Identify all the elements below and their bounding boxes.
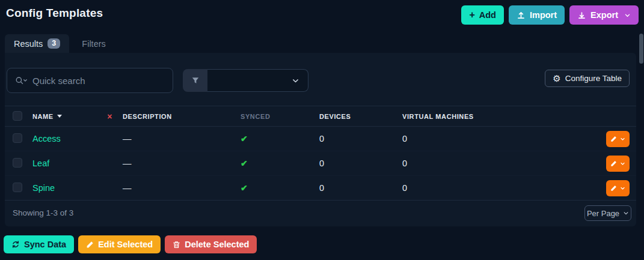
table-row: Spine — ✔ 0 0 (5, 176, 636, 201)
synced-check-icon: ✔ (241, 159, 248, 168)
sort-descending-icon (57, 115, 62, 118)
column-header-devices[interactable]: DEVICES (319, 106, 402, 127)
chevron-down-icon (620, 136, 625, 142)
chevron-down-icon (292, 77, 299, 85)
export-button[interactable]: Export (569, 5, 639, 25)
upload-icon (517, 11, 526, 20)
chevron-down-icon (620, 186, 625, 191)
row-devices-count: 0 (319, 176, 402, 201)
filter-icon (183, 69, 207, 92)
export-button-label: Export (590, 10, 618, 20)
plus-icon: + (469, 10, 474, 20)
chevron-down-icon (624, 12, 631, 19)
clear-sort-icon[interactable]: × (107, 112, 112, 121)
row-description: — (123, 151, 241, 176)
configure-table-label: Configure Table (565, 74, 622, 83)
sync-data-label: Sync Data (24, 240, 66, 249)
tab-results[interactable]: Results 3 (5, 34, 69, 53)
results-card: ⚙ Configure Table NAME × (5, 53, 636, 226)
import-button[interactable]: Import (509, 5, 565, 25)
delete-selected-button[interactable]: Delete Selected (165, 235, 257, 253)
row-name-link[interactable]: Leaf (32, 159, 49, 168)
pencil-icon (610, 185, 617, 192)
synced-check-icon: ✔ (241, 183, 248, 193)
add-button[interactable]: + Add (461, 5, 504, 25)
sync-icon (11, 240, 20, 249)
search-input[interactable] (32, 76, 165, 86)
sync-data-button[interactable]: Sync Data (4, 235, 74, 253)
results-table: NAME × DESCRIPTION SYNCED DEVICES VIRTUA… (5, 106, 636, 201)
filter-group (183, 69, 308, 92)
vertical-scrollbar[interactable] (639, 34, 643, 64)
row-vm-count: 0 (402, 176, 523, 201)
chevron-down-icon (623, 210, 629, 216)
import-button-label: Import (530, 10, 557, 20)
row-devices-count: 0 (319, 127, 402, 151)
table-row: Leaf — ✔ 0 0 (5, 151, 636, 176)
row-edit-button[interactable] (606, 131, 630, 147)
tab-results-label: Results (14, 39, 43, 49)
row-edit-button[interactable] (606, 156, 630, 172)
column-header-virtual-machines[interactable]: VIRTUAL MACHINES (402, 106, 523, 127)
bulk-actions-bar: Sync Data Edit Selected Delete Selected (4, 235, 257, 253)
row-devices-count: 0 (319, 151, 402, 176)
synced-check-icon: ✔ (241, 134, 248, 144)
row-checkbox[interactable] (13, 133, 22, 143)
table-header-row: NAME × DESCRIPTION SYNCED DEVICES VIRTUA… (5, 106, 636, 127)
trash-icon (173, 241, 180, 249)
row-name-link[interactable]: Access (32, 134, 61, 144)
per-page-select[interactable]: Per Page (584, 205, 631, 221)
results-count-badge: 3 (48, 38, 60, 49)
download-icon (577, 11, 586, 20)
quick-search-box (7, 68, 173, 93)
row-checkbox[interactable] (13, 183, 22, 192)
tab-bar: Results 3 Filters (5, 34, 118, 53)
row-description: — (123, 127, 241, 151)
column-header-actions (523, 106, 636, 127)
add-button-label: Add (479, 10, 496, 20)
row-description: — (123, 176, 241, 201)
pagination-summary: Showing 1-3 of 3 (13, 208, 73, 217)
row-edit-button[interactable] (606, 180, 630, 196)
search-icon (15, 76, 28, 85)
config-templates-page: Config Templates + Add Import Export (0, 0, 644, 260)
column-header-synced: SYNCED (241, 106, 319, 127)
select-all-cell (5, 106, 32, 127)
row-vm-count: 0 (402, 151, 523, 176)
table-row: Access — ✔ 0 0 (5, 127, 636, 151)
pencil-icon (86, 241, 94, 249)
row-vm-count: 0 (402, 127, 523, 151)
column-header-description[interactable]: DESCRIPTION (123, 106, 241, 127)
header-actions: + Add Import Export (461, 5, 639, 25)
edit-selected-button[interactable]: Edit Selected (78, 235, 161, 253)
per-page-label: Per Page (587, 209, 619, 218)
chevron-down-icon (620, 161, 625, 166)
delete-selected-label: Delete Selected (185, 240, 249, 249)
configure-table-button[interactable]: ⚙ Configure Table (545, 70, 630, 87)
row-checkbox[interactable] (13, 158, 22, 168)
tab-filters-label: Filters (82, 39, 105, 49)
pencil-icon (610, 136, 617, 142)
select-all-checkbox[interactable] (13, 111, 22, 121)
column-header-name-label: NAME (32, 113, 54, 120)
pencil-icon (610, 160, 617, 167)
gear-icon: ⚙ (553, 74, 560, 83)
tab-filters[interactable]: Filters (69, 34, 118, 53)
column-header-name[interactable]: NAME × (32, 106, 123, 127)
row-name-link[interactable]: Spine (32, 183, 55, 193)
edit-selected-label: Edit Selected (98, 240, 153, 249)
page-title: Config Templates (6, 7, 103, 20)
filter-select[interactable] (207, 69, 308, 92)
